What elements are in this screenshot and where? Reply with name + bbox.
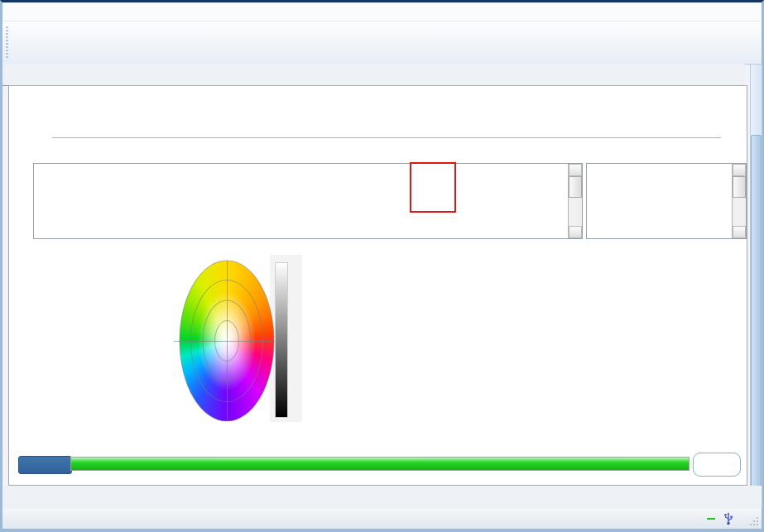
scroll-up-icon[interactable] bbox=[733, 164, 746, 176]
scroll-up-icon[interactable] bbox=[569, 164, 582, 176]
scrollbar-thumb[interactable] bbox=[733, 176, 746, 198]
rgb-panel bbox=[33, 240, 169, 432]
reset-button[interactable] bbox=[18, 456, 72, 474]
bottom-tab-bar bbox=[2, 486, 762, 509]
usb-icon bbox=[723, 512, 734, 525]
progress-bar bbox=[70, 457, 690, 471]
window-scrollbar[interactable] bbox=[750, 64, 762, 509]
spectrum-chart bbox=[301, 240, 747, 434]
scrollbar-thumb[interactable] bbox=[569, 176, 582, 198]
components-panel bbox=[586, 152, 747, 239]
spectrum-panel bbox=[301, 240, 747, 434]
toolbar bbox=[2, 22, 762, 65]
tab-bar bbox=[2, 64, 745, 86]
cielab-panel bbox=[172, 240, 302, 432]
components-scrollbar[interactable] bbox=[732, 164, 746, 238]
formulas-scrollbar[interactable] bbox=[568, 164, 582, 238]
device-status-badge bbox=[707, 518, 715, 520]
formulas-table-box bbox=[33, 163, 583, 239]
mi-annotation bbox=[410, 162, 456, 213]
window-scrollbar-thumb[interactable] bbox=[751, 135, 762, 507]
lightness-gradient-bar[interactable] bbox=[275, 262, 288, 418]
content-area bbox=[8, 85, 747, 486]
scroll-down-icon[interactable] bbox=[569, 226, 582, 238]
pre-button[interactable] bbox=[693, 453, 741, 477]
sample-color-swatch bbox=[66, 290, 134, 386]
formulas-panel bbox=[33, 152, 583, 239]
app-window bbox=[0, 0, 764, 532]
menu-bar bbox=[2, 2, 762, 22]
components-table-box bbox=[586, 163, 747, 239]
status-bar bbox=[2, 509, 762, 529]
toolbar-grip[interactable] bbox=[6, 26, 8, 60]
title-divider bbox=[52, 137, 721, 138]
lab-a-axis bbox=[174, 341, 280, 342]
resize-grip[interactable] bbox=[749, 516, 759, 526]
scroll-down-icon[interactable] bbox=[733, 226, 746, 238]
